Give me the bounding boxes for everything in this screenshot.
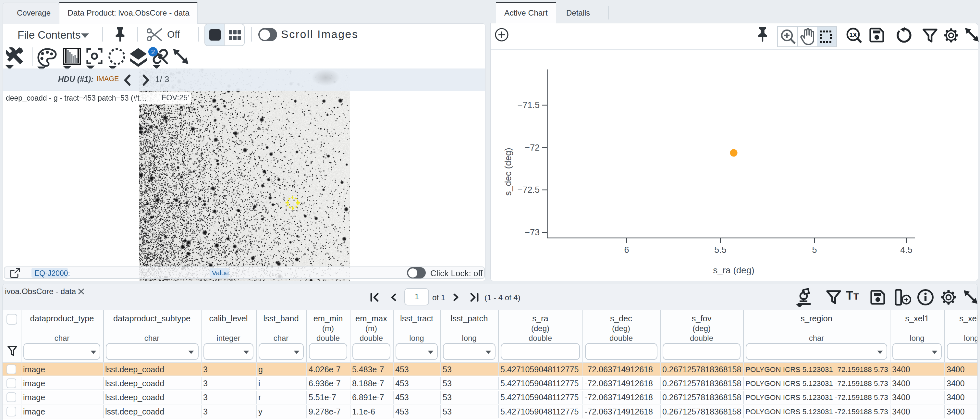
- svg-text:6: 6: [624, 245, 629, 255]
- svg-text:−71.5: −71.5: [518, 100, 540, 110]
- svg-text:−72.5: −72.5: [518, 185, 540, 195]
- svg-text:s_ra (deg): s_ra (deg): [713, 265, 754, 275]
- svg-text:5.5: 5.5: [714, 245, 727, 255]
- svg-text:4.5: 4.5: [900, 245, 913, 255]
- svg-text:−72: −72: [525, 143, 540, 153]
- svg-text:s_dec (deg): s_dec (deg): [503, 148, 513, 196]
- svg-text:1X: 1X: [849, 32, 857, 38]
- svg-text:5: 5: [812, 245, 817, 255]
- svg-text:−73: −73: [525, 228, 540, 237]
